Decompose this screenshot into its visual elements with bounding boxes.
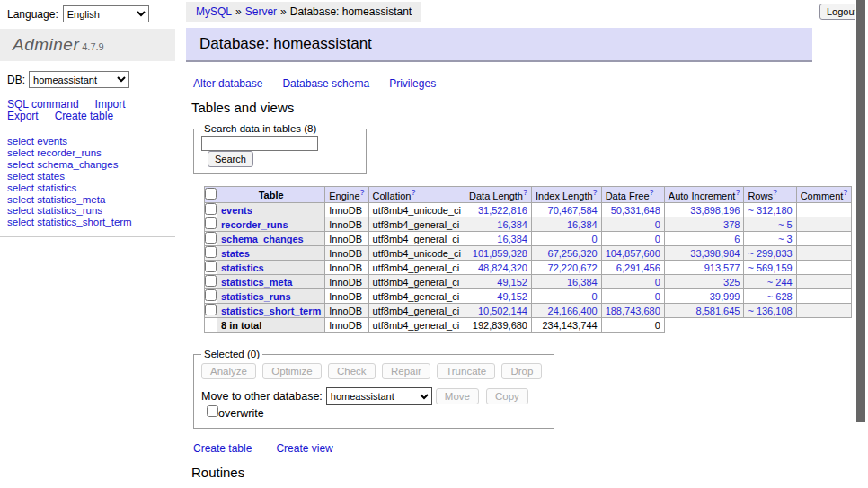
help-icon[interactable]: ? bbox=[360, 188, 365, 197]
database-schema-link[interactable]: Database schema bbox=[282, 77, 369, 90]
data-free-link[interactable]: 188,743,680 bbox=[606, 306, 660, 316]
rows-link[interactable]: ~ 299,833 bbox=[748, 248, 792, 259]
data-length-link[interactable]: 10,502,144 bbox=[478, 306, 527, 316]
help-icon[interactable]: ? bbox=[650, 188, 654, 197]
vertical-scrollbar-thumb[interactable] bbox=[856, 0, 865, 422]
table-name-link[interactable]: statistics_short_term bbox=[221, 306, 321, 316]
rows-link[interactable]: ~ 3 bbox=[778, 234, 793, 244]
data-free-link[interactable]: 104,857,600 bbox=[606, 248, 660, 259]
select-all-checkbox[interactable] bbox=[205, 188, 217, 200]
drop-button[interactable]: Drop bbox=[501, 363, 542, 379]
index-length-link[interactable]: 16,384 bbox=[567, 277, 598, 288]
sidebar-select-link[interactable]: select statistics_runs bbox=[7, 205, 168, 217]
table-name-link[interactable]: states bbox=[221, 248, 250, 259]
table-name-link[interactable]: statistics_meta bbox=[221, 277, 293, 288]
row-checkbox[interactable] bbox=[205, 246, 217, 258]
table-name-link[interactable]: recorder_runs bbox=[221, 219, 288, 230]
search-input[interactable] bbox=[201, 136, 318, 151]
auto-increment-link[interactable]: 8,581,645 bbox=[695, 306, 740, 316]
data-length-link[interactable]: 49,152 bbox=[497, 277, 527, 288]
row-checkbox[interactable] bbox=[205, 203, 217, 215]
move-database-select[interactable]: homeassistant bbox=[326, 387, 432, 405]
auto-increment-link[interactable]: 6 bbox=[734, 234, 740, 244]
data-free-link[interactable]: 0 bbox=[655, 234, 660, 244]
sidebar-select-link[interactable]: select statistics_short_term bbox=[7, 217, 168, 228]
alter-database-link[interactable]: Alter database bbox=[193, 77, 262, 90]
row-checkbox[interactable] bbox=[205, 232, 217, 244]
repair-button[interactable]: Repair bbox=[382, 363, 430, 379]
create-table-link[interactable]: Create table bbox=[193, 442, 252, 455]
sidebar-link-export[interactable]: Export bbox=[7, 110, 39, 122]
rows-link[interactable]: ~ 312,180 bbox=[748, 205, 792, 216]
rows-link[interactable]: ~ 244 bbox=[767, 277, 793, 288]
data-length-link[interactable]: 48,824,320 bbox=[478, 262, 527, 273]
move-button[interactable]: Move bbox=[436, 388, 479, 404]
sidebar-select-link[interactable]: select statistics bbox=[7, 182, 168, 194]
rows-link[interactable]: ~ 136,108 bbox=[748, 306, 792, 316]
auto-increment-link[interactable]: 325 bbox=[723, 277, 740, 288]
overwrite-checkbox[interactable] bbox=[207, 405, 218, 417]
data-free-link[interactable]: 0 bbox=[655, 291, 660, 302]
optimize-button[interactable]: Optimize bbox=[262, 363, 321, 379]
index-length-link[interactable]: 24,166,400 bbox=[548, 306, 598, 316]
rows-link[interactable]: ~ 569,159 bbox=[748, 262, 792, 273]
sidebar-select-link[interactable]: select recorder_runs bbox=[7, 147, 168, 159]
row-checkbox[interactable] bbox=[205, 275, 217, 287]
search-button[interactable]: Search bbox=[208, 151, 253, 167]
truncate-button[interactable]: Truncate bbox=[437, 363, 495, 379]
help-icon[interactable]: ? bbox=[735, 188, 740, 197]
table-name-link[interactable]: events bbox=[221, 205, 252, 216]
data-length-link[interactable]: 101,859,328 bbox=[473, 248, 527, 259]
data-free-link[interactable]: 6,291,456 bbox=[616, 262, 660, 273]
row-checkbox[interactable] bbox=[205, 289, 217, 301]
table-row: statesInnoDButf8mb4_unicode_ci101,859,32… bbox=[205, 246, 852, 261]
row-checkbox[interactable] bbox=[205, 304, 217, 315]
help-icon[interactable]: ? bbox=[523, 188, 527, 197]
data-length-link[interactable]: 16,384 bbox=[497, 219, 527, 230]
sidebar-select-link[interactable]: select states bbox=[7, 171, 168, 182]
auto-increment-link[interactable]: 39,999 bbox=[710, 291, 740, 302]
sidebar-select-link[interactable]: select schema_changes bbox=[7, 159, 168, 171]
auto-increment-link[interactable]: 913,577 bbox=[704, 262, 740, 273]
auto-increment-link[interactable]: 33,398,984 bbox=[690, 248, 740, 259]
index-length-link[interactable]: 72,220,672 bbox=[548, 262, 598, 273]
sidebar-links: SQL commandImport ExportCreate table bbox=[0, 93, 175, 129]
row-checkbox[interactable] bbox=[205, 217, 217, 229]
language-select[interactable]: English bbox=[63, 5, 149, 22]
data-free-link[interactable]: 50,331,648 bbox=[611, 205, 660, 216]
help-icon[interactable]: ? bbox=[843, 188, 847, 197]
data-free-link[interactable]: 0 bbox=[655, 277, 660, 288]
table-name-link[interactable]: statistics bbox=[221, 262, 264, 273]
privileges-link[interactable]: Privileges bbox=[389, 77, 436, 90]
table-name-link[interactable]: statistics_runs bbox=[221, 291, 291, 302]
data-length-link[interactable]: 31,522,816 bbox=[478, 205, 527, 216]
rows-link[interactable]: ~ 628 bbox=[767, 291, 793, 302]
index-length-link[interactable]: 70,467,584 bbox=[548, 205, 598, 216]
check-button[interactable]: Check bbox=[328, 363, 376, 379]
data-length-link[interactable]: 49,152 bbox=[497, 291, 527, 302]
row-checkbox[interactable] bbox=[205, 261, 217, 272]
table-name-link[interactable]: schema_changes bbox=[221, 234, 304, 244]
create-view-link[interactable]: Create view bbox=[276, 442, 332, 455]
data-length-link[interactable]: 16,384 bbox=[497, 234, 527, 244]
auto-increment-link[interactable]: 33,898,196 bbox=[690, 205, 740, 216]
index-length-link[interactable]: 67,256,320 bbox=[548, 248, 598, 259]
help-icon[interactable]: ? bbox=[593, 188, 598, 197]
vertical-scrollbar-track[interactable] bbox=[855, 0, 868, 488]
db-select[interactable]: homeassistant bbox=[29, 71, 129, 88]
sidebar-link-create-table[interactable]: Create table bbox=[55, 110, 113, 122]
help-icon[interactable]: ? bbox=[773, 188, 777, 197]
copy-button[interactable]: Copy bbox=[486, 388, 528, 404]
sidebar-link-import[interactable]: Import bbox=[95, 98, 126, 111]
analyze-button[interactable]: Analyze bbox=[201, 363, 256, 379]
index-length-link[interactable]: 0 bbox=[592, 291, 598, 302]
index-length-link[interactable]: 16,384 bbox=[567, 219, 598, 230]
rows-link[interactable]: ~ 5 bbox=[778, 219, 793, 230]
auto-increment-link[interactable]: 378 bbox=[723, 219, 740, 230]
index-length-link[interactable]: 0 bbox=[592, 234, 598, 244]
sidebar-select-link[interactable]: select statistics_meta bbox=[7, 194, 168, 206]
sidebar-link-sql-command[interactable]: SQL command bbox=[7, 98, 79, 111]
data-free-link[interactable]: 0 bbox=[655, 219, 660, 230]
sidebar-select-link[interactable]: select events bbox=[7, 136, 168, 147]
help-icon[interactable]: ? bbox=[411, 188, 415, 197]
